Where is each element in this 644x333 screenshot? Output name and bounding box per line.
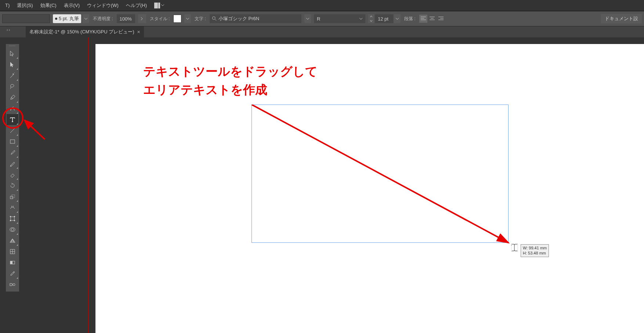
- svg-rect-17: [14, 216, 15, 217]
- bleed-guide: [88, 37, 89, 333]
- free-transform-tool[interactable]: [7, 213, 18, 224]
- rotate-tool[interactable]: [7, 180, 18, 191]
- font-family-select[interactable]: 小塚ゴシック Pr6N: [210, 14, 301, 23]
- width-tool[interactable]: [7, 202, 18, 213]
- step-down[interactable]: [368, 19, 374, 23]
- toolbar-drag-handle[interactable]: [9, 45, 16, 47]
- direct-selection-tool[interactable]: [7, 59, 18, 70]
- align-left-button[interactable]: [419, 15, 427, 23]
- para-label: 段落 :: [404, 16, 416, 22]
- artboard[interactable]: テキストツールをドラッグして エリアテキストを作成 W: 99.41 mm H:…: [95, 44, 644, 333]
- stroke-profile-select[interactable]: 5 pt. 丸筆: [53, 14, 81, 23]
- font-name-label: 小塚ゴシック Pr6N: [218, 15, 259, 22]
- magic-wand-icon: [9, 72, 16, 79]
- gradient-tool[interactable]: [7, 257, 18, 268]
- align-right-icon: [438, 17, 444, 21]
- direct-selection-icon: [9, 61, 16, 68]
- opacity-arrow[interactable]: [138, 14, 146, 23]
- char-label: 文字 :: [194, 16, 207, 22]
- lasso-tool[interactable]: [7, 81, 18, 92]
- chevron-down-icon: [186, 18, 189, 20]
- search-icon: [212, 16, 217, 21]
- pen-tool[interactable]: [7, 92, 18, 103]
- pen-icon: [9, 94, 16, 101]
- opacity-label: 不透明度 :: [92, 16, 114, 22]
- stroke-value-label: 5 pt. 丸筆: [59, 15, 79, 22]
- step-up[interactable]: [368, 14, 374, 19]
- menu-view[interactable]: 表示(V): [60, 1, 83, 10]
- area-text-frame[interactable]: [252, 105, 509, 243]
- menu-text-partial[interactable]: T): [1, 1, 13, 10]
- blend-icon: [9, 281, 16, 288]
- rectangle-tool[interactable]: [7, 136, 18, 147]
- style-dropdown-arrow[interactable]: [184, 14, 191, 23]
- chevron-down-icon: [396, 18, 399, 20]
- stroke-group: 5 pt. 丸筆: [53, 14, 89, 23]
- mesh-icon: [9, 248, 16, 255]
- annotation-text: テキストツールをドラッグして エリアテキストを作成: [143, 62, 318, 99]
- tab-close-button[interactable]: ×: [137, 29, 140, 35]
- eraser-icon: [9, 171, 16, 178]
- text-cursor-icon: [511, 244, 518, 252]
- eyedropper-tool[interactable]: [7, 268, 18, 279]
- svg-line-1: [215, 19, 217, 21]
- document-tab[interactable]: 名称未設定-1* @ 150% (CMYK/GPU プレビュー) ×: [26, 26, 144, 37]
- svg-line-11: [10, 128, 15, 133]
- eraser-tool[interactable]: [7, 169, 18, 180]
- selection-tool[interactable]: [7, 48, 18, 59]
- workspace-icon: [154, 3, 160, 8]
- shaper-tool[interactable]: [7, 158, 18, 169]
- font-size-group: 12 pt: [368, 14, 401, 23]
- tooltip-w: W: 99.41 mm: [523, 245, 547, 250]
- panel-collapse-handle[interactable]: ››: [7, 28, 11, 32]
- stroke-dropdown-arrow[interactable]: [83, 14, 89, 23]
- perspective-grid-tool[interactable]: [7, 235, 18, 246]
- style-label: スタイル :: [149, 16, 171, 22]
- svg-rect-16: [10, 216, 11, 217]
- document-setup-button[interactable]: ドキュメント設: [601, 14, 642, 23]
- width-icon: [9, 204, 16, 211]
- chevron-up-icon: [370, 16, 372, 17]
- stroke-dot-icon: [55, 18, 57, 20]
- chevron-down-icon: [161, 4, 164, 6]
- free-transform-icon: [9, 215, 16, 222]
- font-size-value[interactable]: 12 pt: [375, 14, 393, 23]
- menu-select[interactable]: 選択(S): [13, 1, 36, 10]
- align-left-icon: [421, 17, 426, 21]
- paintbrush-tool[interactable]: [7, 147, 18, 158]
- rectangle-icon: [9, 138, 16, 145]
- chevron-right-icon: [141, 17, 143, 20]
- align-right-button[interactable]: [437, 15, 445, 23]
- tooltip-h: H: 53.48 mm: [523, 250, 547, 256]
- no-selection-indicator: [2, 14, 50, 23]
- chevron-down-icon: [370, 20, 372, 22]
- shape-builder-tool[interactable]: [7, 224, 18, 235]
- selection-icon: [9, 50, 16, 57]
- tools-panel: [6, 44, 19, 292]
- scale-tool[interactable]: [7, 191, 18, 202]
- menu-window[interactable]: ウィンドウ(W): [83, 1, 122, 10]
- annotation-line1: テキストツールをドラッグして: [143, 62, 318, 81]
- drag-size-tooltip: W: 99.41 mm H: 53.48 mm: [521, 244, 549, 257]
- font-size-dropdown[interactable]: [394, 14, 401, 23]
- menu-effect[interactable]: 効果(C): [37, 1, 60, 10]
- svg-point-28: [13, 283, 15, 286]
- opacity-value[interactable]: 100%: [117, 14, 135, 23]
- font-style-select[interactable]: R: [314, 14, 365, 23]
- font-size-stepper[interactable]: [368, 14, 374, 23]
- tab-title: 名称未設定-1* @ 150% (CMYK/GPU プレビュー): [29, 29, 134, 35]
- scale-icon: [9, 193, 16, 200]
- svg-rect-15: [11, 217, 14, 220]
- gradient-icon: [9, 259, 16, 266]
- menu-help[interactable]: ヘルプ(H): [122, 1, 151, 10]
- font-dropdown-arrow[interactable]: [304, 14, 311, 23]
- magic-wand-tool[interactable]: [7, 70, 18, 81]
- style-swatch[interactable]: [173, 15, 181, 23]
- blend-tool[interactable]: [7, 279, 18, 290]
- workspace-switcher[interactable]: [154, 3, 164, 8]
- align-center-button[interactable]: [428, 15, 436, 23]
- align-group: [419, 15, 445, 23]
- paintbrush-icon: [9, 149, 16, 156]
- mesh-tool[interactable]: [7, 246, 18, 257]
- annotation-tool-circle: [2, 107, 23, 129]
